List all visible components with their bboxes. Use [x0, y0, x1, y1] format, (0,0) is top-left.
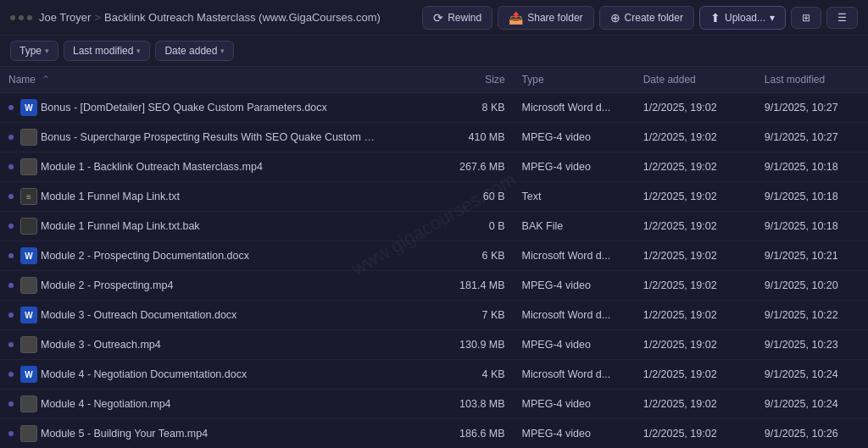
table-row[interactable]: WModule 3 - Outreach Documentation.docx7…	[0, 301, 868, 330]
file-name: Bonus - [DomDetailer] SEO Quake Custom P…	[41, 102, 327, 113]
file-last-modified-cell: 9/1/2025, 10:20	[756, 271, 868, 301]
row-bullet	[8, 105, 14, 110]
create-folder-button[interactable]: ⊕ Create folder	[599, 6, 694, 30]
table-row[interactable]: Module 1 Funnel Map Link.txt.bak0 BBAK F…	[0, 212, 868, 241]
table-row[interactable]: Bonus - Supercharge Prospecting Results …	[0, 123, 868, 152]
upload-button[interactable]: ⬆ Upload... ▾	[699, 6, 786, 30]
file-name-cell: Module 4 - Negotiation.mp4	[0, 390, 429, 419]
filter-bar: Type ▾ Last modified ▾ Date added ▾	[0, 36, 868, 67]
rewind-button[interactable]: ⟳ Rewind	[422, 6, 492, 30]
row-bullet	[8, 372, 14, 377]
file-type-icon	[20, 277, 37, 294]
type-filter-chevron-icon: ▾	[45, 47, 49, 55]
file-size-cell: 60 B	[429, 182, 513, 212]
type-filter-button[interactable]: Type ▾	[10, 41, 58, 61]
last-modified-filter-button[interactable]: Last modified ▾	[64, 41, 150, 61]
file-size-cell: 267.6 MB	[429, 152, 513, 182]
table-header-row: Name ⌃ Size Type Date added Last modifie…	[0, 67, 868, 93]
file-type-icon: W	[20, 366, 37, 383]
file-type-cell: BAK File	[514, 212, 635, 241]
file-size-cell: 8 KB	[429, 93, 513, 123]
table-row[interactable]: Module 4 - Negotiation.mp4103.8 MBMPEG-4…	[0, 390, 868, 419]
file-name: Module 2 - Prospecting.mp4	[41, 279, 173, 291]
file-name: Module 5 - Building Your Team.mp4	[41, 428, 208, 440]
table-row[interactable]: WModule 4 - Negotiation Documentation.do…	[0, 360, 868, 390]
file-type-cell: MPEG-4 video	[514, 152, 635, 182]
file-last-modified-cell: 9/1/2025, 10:18	[756, 212, 868, 241]
file-type-icon	[20, 425, 37, 442]
file-size-cell: 130.9 MB	[429, 330, 513, 360]
file-last-modified-cell: 9/1/2025, 10:21	[756, 241, 868, 271]
table-row[interactable]: WModule 2 - Prospecting Documentation.do…	[0, 241, 868, 271]
create-folder-icon: ⊕	[610, 11, 620, 25]
rewind-icon: ⟳	[433, 11, 443, 25]
file-name: Bonus - Supercharge Prospecting Results …	[41, 131, 380, 143]
gallery-view-button[interactable]: ⊞	[791, 7, 821, 29]
table-row[interactable]: Module 2 - Prospecting.mp4181.4 MBMPEG-4…	[0, 271, 868, 301]
file-type-icon	[20, 336, 37, 353]
row-bullet	[8, 312, 14, 318]
col-header-type[interactable]: Type	[514, 67, 635, 93]
file-type-cell: Microsoft Word d...	[514, 301, 635, 330]
col-header-last-modified[interactable]: Last modified	[756, 67, 868, 93]
file-type-cell: MPEG-4 video	[514, 390, 635, 419]
share-folder-button[interactable]: 📤 Share folder	[498, 6, 593, 30]
file-type-cell: Microsoft Word d...	[514, 241, 635, 271]
file-type-icon	[20, 158, 37, 175]
dot-2	[19, 15, 24, 20]
file-name: Module 1 Funnel Map Link.txt.bak	[41, 220, 200, 232]
breadcrumb-sep: >	[94, 11, 101, 24]
list-view-button[interactable]: ☰	[826, 7, 858, 29]
col-header-date-added[interactable]: Date added	[635, 67, 756, 93]
file-name-cell: WModule 4 - Negotiation Documentation.do…	[0, 360, 429, 390]
file-last-modified-cell: 9/1/2025, 10:18	[756, 182, 868, 212]
file-date-added-cell: 1/2/2025, 19:02	[635, 182, 756, 212]
file-last-modified-cell: 9/1/2025, 10:26	[756, 419, 868, 448]
file-table-body: WBonus - [DomDetailer] SEO Quake Custom …	[0, 93, 868, 448]
row-bullet	[8, 164, 14, 169]
file-name: Module 3 - Outreach Documentation.docx	[41, 309, 236, 321]
file-size-cell: 186.6 MB	[429, 419, 513, 448]
file-size-cell: 6 KB	[429, 241, 513, 271]
table-row[interactable]: Module 1 - Backlink Outreach Masterclass…	[0, 152, 868, 182]
table-row[interactable]: Module 5 - Building Your Team.mp4186.6 M…	[0, 419, 868, 448]
file-size-cell: 103.8 MB	[429, 390, 513, 419]
file-type-icon: W	[20, 99, 37, 116]
file-size-cell: 410 MB	[429, 123, 513, 152]
file-last-modified-cell: 9/1/2025, 10:24	[756, 390, 868, 419]
file-name-cell: Module 1 Funnel Map Link.txt.bak	[0, 212, 429, 241]
file-name: Module 2 - Prospecting Documentation.doc…	[41, 250, 249, 262]
col-header-name[interactable]: Name ⌃	[0, 67, 429, 93]
table-row[interactable]: Module 3 - Outreach.mp4130.9 MBMPEG-4 vi…	[0, 330, 868, 360]
file-name-cell: Bonus - Supercharge Prospecting Results …	[0, 123, 429, 152]
date-added-filter-button[interactable]: Date added ▾	[155, 41, 234, 61]
file-last-modified-cell: 9/1/2025, 10:18	[756, 152, 868, 182]
file-name: Module 4 - Negotiation.mp4	[41, 398, 171, 410]
table-row[interactable]: ≡Module 1 Funnel Map Link.txt60 BText1/2…	[0, 182, 868, 212]
upload-icon: ⬆	[710, 11, 721, 25]
row-bullet	[8, 253, 14, 258]
col-header-size[interactable]: Size	[429, 67, 513, 93]
name-sort-icon: ⌃	[42, 74, 50, 86]
breadcrumb-part-2[interactable]: Backlink Outreach Masterclass (www.GigaC…	[104, 11, 381, 24]
file-table: Name ⌃ Size Type Date added Last modifie…	[0, 67, 868, 447]
file-name: Module 1 - Backlink Outreach Masterclass…	[41, 161, 263, 173]
file-type-cell: MPEG-4 video	[514, 330, 635, 360]
breadcrumb-part-1[interactable]: Joe Troyer	[39, 11, 91, 24]
file-date-added-cell: 1/2/2025, 19:02	[635, 212, 756, 241]
file-date-added-cell: 1/2/2025, 19:02	[635, 241, 756, 271]
file-type-icon: W	[20, 247, 37, 264]
file-type-icon	[20, 395, 37, 412]
last-modified-chevron-icon: ▾	[136, 47, 141, 55]
file-name-cell: Module 3 - Outreach.mp4	[0, 330, 429, 360]
row-bullet	[8, 431, 14, 436]
file-type-icon	[20, 129, 37, 146]
table-row[interactable]: WBonus - [DomDetailer] SEO Quake Custom …	[0, 93, 868, 123]
file-date-added-cell: 1/2/2025, 19:02	[635, 271, 756, 301]
row-bullet	[8, 224, 14, 229]
file-size-cell: 181.4 MB	[429, 271, 513, 301]
file-table-container: Name ⌃ Size Type Date added Last modifie…	[0, 67, 868, 447]
file-name: Module 1 Funnel Map Link.txt	[41, 191, 180, 202]
file-name-cell: WModule 2 - Prospecting Documentation.do…	[0, 241, 429, 271]
file-last-modified-cell: 9/1/2025, 10:23	[756, 330, 868, 360]
